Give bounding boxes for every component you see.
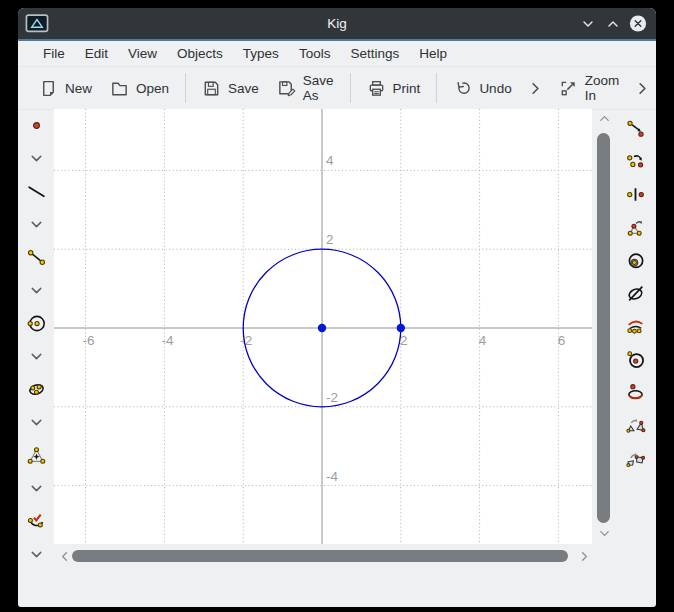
test-tool-button[interactable] [18,505,54,538]
chevron-down-icon [28,282,45,299]
close-button[interactable] [629,15,647,33]
projectivity-icon [625,448,646,469]
scroll-up-button[interactable] [596,110,612,126]
minimize-button[interactable] [579,15,597,33]
save-as-button[interactable]: Save As [268,67,343,109]
vertical-scrollbar-thumb[interactable] [597,133,610,523]
geometry-point [318,324,326,332]
similitude-button[interactable] [615,409,656,442]
menu-item-file[interactable]: File [33,43,75,64]
inversion-button[interactable] [615,244,656,277]
x-tick-label: 6 [558,333,566,348]
circle-inversion-button[interactable] [615,343,656,376]
polygon-tool-button[interactable] [18,439,54,472]
desktop: { "window": { "title": "Kig", "app_icon"… [0,0,674,612]
toolbar-button-label: Zoom In [585,73,620,103]
undo-icon [453,79,472,98]
arc-transform-button[interactable] [615,310,656,343]
print-button[interactable]: Print [358,73,430,104]
save-icon [202,79,221,98]
main-toolbar: NewOpenSaveSave AsPrintUndoZoom In [18,67,656,110]
toolbar-separator [350,73,351,103]
titlebar[interactable]: Kig [18,8,656,39]
segment-tool-button[interactable] [18,241,54,274]
point-reflection-button[interactable] [615,178,656,211]
geometry-canvas[interactable]: -6-4-2246-4-224 [54,109,592,544]
menu-item-edit[interactable]: Edit [75,43,118,64]
tool-group-expand-button[interactable] [18,340,54,373]
line-tool-icon [26,181,47,202]
menu-item-view[interactable]: View [118,43,167,64]
save-as-icon [277,79,296,98]
affinity-icon [625,283,646,304]
chevron-down-icon [28,480,45,497]
toolbar-separator [436,73,437,103]
x-tick-label: -4 [161,333,173,348]
window-controls [579,15,656,33]
scroll-right-button[interactable] [576,548,592,564]
affinity-button[interactable] [615,277,656,310]
polygon-tool-icon [26,445,47,466]
chevron-down-icon [28,348,45,365]
zoom-in-icon [559,79,578,98]
horizontal-scrollbar-thumb[interactable] [72,550,568,562]
arc-transform-icon [625,316,646,337]
menu-item-settings[interactable]: Settings [340,43,409,64]
translate-icon [625,118,646,139]
toolbar-button-label: New [65,81,92,96]
scale-button[interactable] [615,211,656,244]
toolbar-overflow-button[interactable] [521,73,550,104]
tool-group-expand-button[interactable] [18,208,54,241]
y-tick-label: 4 [326,153,334,168]
tool-group-expand-button[interactable] [18,142,54,175]
print-icon [367,79,386,98]
scale-icon [625,217,646,238]
menu-item-help[interactable]: Help [409,43,457,64]
x-tick-label: -6 [83,333,95,348]
conic-tool-button[interactable] [18,373,54,406]
point-tool-button[interactable] [18,109,54,142]
translate-button[interactable] [615,112,656,145]
rotate-icon [625,151,646,172]
window-title: Kig [18,16,656,31]
menu-item-types[interactable]: Types [233,43,289,64]
undo-button[interactable]: Undo [444,73,520,104]
save-button[interactable]: Save [193,73,268,104]
toolbar-separator [185,73,186,103]
zoom-in-button[interactable]: Zoom In [550,67,629,109]
scroll-down-button[interactable] [596,525,612,541]
new-button[interactable]: New [30,73,101,104]
geometry-point [397,324,405,332]
toolbar-button-label: Save [228,81,259,96]
menu-item-tools[interactable]: Tools [289,43,341,64]
conic-arc-button[interactable] [615,376,656,409]
inversion-icon [625,250,646,271]
menu-bar: FileEditViewObjectsTypesToolsSettingsHel… [18,41,656,67]
tool-group-expand-button[interactable] [18,538,54,571]
y-tick-label: -4 [326,469,338,484]
point-tool-icon [26,115,47,136]
line-tool-button[interactable] [18,175,54,208]
y-tick-label: 2 [326,232,334,247]
toolbar-button-label: Undo [479,81,511,96]
circle-tool-button[interactable] [18,307,54,340]
projectivity-button[interactable] [615,442,656,475]
open-button[interactable]: Open [101,73,178,104]
toolbar-button-label: Save As [303,73,334,103]
circle-tool-icon [26,313,47,334]
toolbar-button-label: Print [393,81,421,96]
x-tick-label: -2 [240,333,252,348]
conic-tool-icon [26,379,47,400]
menu-item-objects[interactable]: Objects [167,43,233,64]
rotate-button[interactable] [615,145,656,178]
tool-group-expand-button[interactable] [18,274,54,307]
toolbar-overflow-button[interactable] [628,73,656,104]
new-document-icon [39,79,58,98]
maximize-button[interactable] [604,15,622,33]
test-tool-icon [26,511,47,532]
x-tick-label: 2 [400,333,408,348]
scroll-left-button[interactable] [56,548,72,564]
objects-toolbar-left [18,109,54,571]
tool-group-expand-button[interactable] [18,472,54,505]
tool-group-expand-button[interactable] [18,406,54,439]
